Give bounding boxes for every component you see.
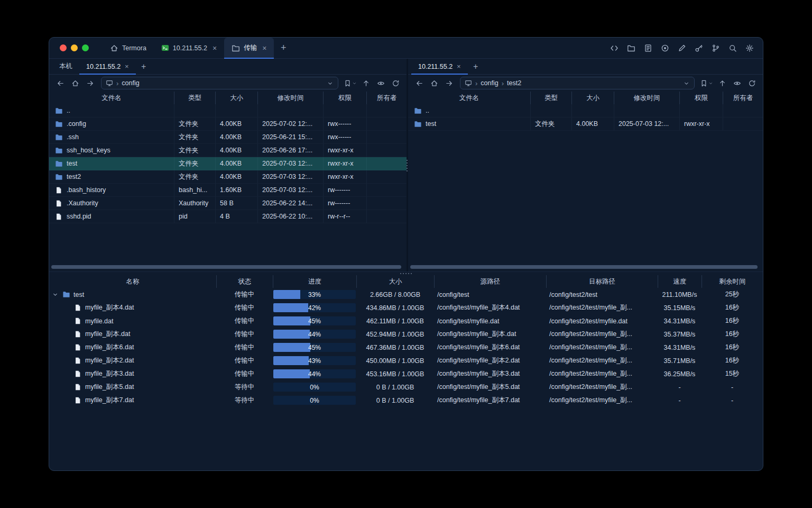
horizontal-scrollbar[interactable] [51, 265, 401, 269]
path-segment[interactable]: test2 [507, 79, 521, 87]
file-icon [73, 370, 82, 378]
column-header[interactable]: 类型 [530, 92, 571, 104]
tab-remote-host[interactable]: 10.211.55.2 × [411, 59, 468, 74]
column-header[interactable]: 大小 [356, 275, 434, 288]
file-row[interactable]: test2文件夹4.00KB2025-07-03 12:...rwxr-xr-x [49, 170, 407, 184]
file-row[interactable]: test文件夹4.00KB2025-07-03 12:...rwxr-xr-x [408, 117, 763, 131]
column-header[interactable]: 文件名 [408, 92, 530, 104]
file-row[interactable]: .XauthorityXauthority58 B2025-06-22 14:.… [49, 197, 407, 210]
branch-icon[interactable] [708, 41, 723, 55]
new-pane-tab-button[interactable]: + [136, 59, 152, 74]
toggle-hidden-button[interactable] [374, 77, 387, 89]
forward-button[interactable] [83, 77, 97, 89]
record-icon[interactable] [658, 41, 672, 55]
column-header[interactable]: 类型 [174, 92, 215, 104]
transfer-row[interactable]: myfile_副本3.dat传输中44%453.16MB / 1.00GB/co… [49, 367, 763, 380]
refresh-button[interactable] [389, 77, 402, 89]
tab-host-terminal[interactable]: 10.211.55.2 × [154, 38, 224, 58]
column-header[interactable]: 大小 [571, 92, 614, 104]
column-header[interactable]: 大小 [215, 92, 257, 104]
tab-local[interactable]: 本机 [52, 59, 79, 74]
close-tab-icon[interactable]: × [457, 62, 461, 70]
transfer-speed: 35.71MB/s [658, 354, 702, 367]
close-tab-icon[interactable]: × [262, 44, 266, 52]
transfer-row[interactable]: myfile_副本5.dat等待中0%0 B / 1.00GB/config/t… [49, 380, 763, 394]
close-tab-icon[interactable]: × [213, 44, 217, 52]
close-window-button[interactable] [60, 44, 67, 51]
chevron-down-icon[interactable] [683, 80, 690, 87]
transfer-row[interactable]: myfile_副本4.dat传输中42%434.86MB / 1.00GB/co… [49, 301, 763, 314]
path-segment[interactable]: config [481, 79, 498, 87]
edit-icon[interactable] [675, 41, 689, 55]
column-header[interactable]: 权限 [323, 92, 366, 104]
column-header[interactable]: 修改时间 [257, 92, 323, 104]
transfer-table-header: 名称状态进度大小源路径目标路径速度剩余时间 [49, 275, 763, 288]
folder-icon [54, 120, 63, 128]
transfer-row[interactable]: myfile_副本.dat传输中44%452.94MB / 1.00GB/con… [49, 328, 763, 341]
file-row[interactable]: .config文件夹4.00KB2025-07-02 12:...rwx----… [49, 117, 407, 131]
minimize-window-button[interactable] [71, 44, 78, 51]
column-header[interactable]: 所有者 [366, 92, 407, 104]
horizontal-scrollbar[interactable] [410, 265, 758, 269]
search-icon[interactable] [725, 41, 740, 55]
path-breadcrumb[interactable]: › config [101, 77, 338, 89]
folder-icon[interactable] [624, 41, 638, 55]
parent-directory-button[interactable] [715, 77, 729, 89]
file-row[interactable]: .bash_historybash_hi...1.60KB2025-07-03 … [49, 184, 407, 197]
toggle-hidden-button[interactable] [730, 77, 744, 89]
new-tab-button[interactable]: + [274, 38, 293, 58]
transfer-row[interactable]: myfile.dat传输中45%462.11MB / 1.00GB/config… [49, 314, 763, 328]
transfer-row[interactable]: test传输中33%2.66GB / 8.00GB/config/test/co… [49, 288, 763, 301]
file-icon [73, 383, 82, 391]
file-row[interactable]: ssh_host_keys文件夹4.00KB2025-06-26 17:...r… [49, 144, 407, 157]
bookmark-button[interactable] [343, 77, 358, 89]
transfer-name: myfile_副本2.dat [85, 356, 134, 365]
refresh-button[interactable] [745, 77, 759, 89]
column-header[interactable]: 进度 [273, 275, 356, 288]
bookmark-button[interactable] [699, 77, 714, 89]
new-pane-tab-button[interactable]: + [468, 59, 484, 74]
file-row[interactable]: .ssh文件夹4.00KB2025-06-21 15:...rwx------ [49, 131, 407, 144]
tab-remote-host[interactable]: 10.211.55.2 × [79, 59, 136, 74]
home-button[interactable] [427, 77, 441, 89]
path-segment[interactable]: config [122, 79, 139, 87]
file-row[interactable]: test文件夹4.00KB2025-07-03 12:...rwxr-xr-x [49, 157, 407, 170]
parent-directory-button[interactable] [359, 77, 373, 89]
column-header[interactable]: 所有者 [723, 92, 763, 104]
log-icon[interactable] [641, 41, 655, 55]
file-row[interactable]: .. [49, 104, 407, 117]
tab-transfer[interactable]: 传输 × [224, 38, 274, 58]
column-header[interactable]: 状态 [216, 275, 273, 288]
column-header[interactable]: 修改时间 [614, 92, 679, 104]
close-tab-icon[interactable]: × [125, 62, 129, 70]
back-button[interactable] [412, 77, 426, 89]
home-button[interactable] [68, 77, 82, 89]
transfer-row[interactable]: myfile_副本6.dat传输中45%467.36MB / 1.00GB/co… [49, 341, 763, 354]
column-header[interactable]: 目标路径 [546, 275, 658, 288]
forward-button[interactable] [442, 77, 456, 89]
column-header[interactable]: 源路径 [434, 275, 546, 288]
column-header[interactable]: 速度 [658, 275, 702, 288]
tab-termora-home[interactable]: Termora [103, 38, 154, 58]
transfer-size: 452.94MB / 1.00GB [356, 328, 434, 341]
horizontal-splitter[interactable] [49, 271, 763, 275]
transfer-target: /config/test2/test/myfile_副... [546, 380, 658, 394]
column-header[interactable]: 剩余时间 [702, 275, 763, 288]
settings-icon[interactable] [742, 41, 756, 55]
key-icon[interactable] [691, 41, 706, 55]
column-header[interactable]: 名称 [49, 275, 216, 288]
collapse-chevron-icon[interactable] [51, 291, 59, 298]
transfer-row[interactable]: myfile_副本2.dat传输中43%450.00MB / 1.00GB/co… [49, 354, 763, 367]
back-button[interactable] [53, 77, 67, 89]
path-breadcrumb[interactable]: › config › test2 [460, 77, 695, 89]
column-header[interactable]: 文件名 [49, 92, 174, 104]
code-icon[interactable] [607, 41, 621, 55]
chevron-down-icon[interactable] [327, 80, 334, 87]
file-row[interactable]: sshd.pidpid4 B2025-06-22 10:...rw-r--r-- [49, 210, 407, 223]
zoom-window-button[interactable] [82, 44, 89, 51]
transfer-target: /config/test2/test/myfile_副... [546, 367, 658, 380]
column-header[interactable]: 权限 [679, 92, 723, 104]
file-row[interactable]: .. [408, 104, 763, 117]
transfer-row[interactable]: myfile_副本7.dat等待中0%0 B / 1.00GB/config/t… [49, 394, 763, 407]
transfer-source: /config/test/myfile_副本2.dat [434, 354, 546, 367]
